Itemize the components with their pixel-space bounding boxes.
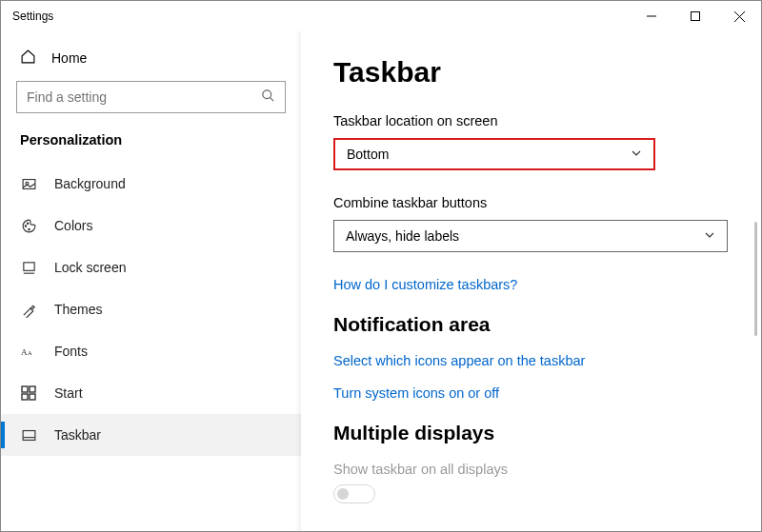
- svg-point-10: [28, 228, 29, 229]
- fonts-icon: AA: [20, 343, 37, 360]
- svg-point-9: [27, 222, 28, 223]
- sidebar-item-start[interactable]: Start: [1, 372, 301, 414]
- sidebar-item-label: Taskbar: [54, 427, 101, 443]
- picture-icon: [20, 175, 37, 192]
- sidebar-item-label: Colors: [54, 218, 92, 233]
- svg-rect-16: [30, 386, 35, 392]
- chevron-down-icon: [704, 228, 715, 244]
- home-label: Home: [51, 50, 87, 66]
- sidebar-item-label: Themes: [54, 302, 103, 317]
- show-taskbar-all-displays-label: Show taskbar on all displays: [333, 462, 761, 477]
- search-input-container[interactable]: [16, 81, 286, 113]
- close-button[interactable]: [717, 1, 761, 31]
- sidebar-item-background[interactable]: Background: [1, 163, 301, 205]
- svg-rect-1: [692, 12, 700, 21]
- sidebar-item-lockscreen[interactable]: Lock screen: [1, 246, 301, 288]
- taskbar-location-label: Taskbar location on screen: [333, 113, 761, 128]
- svg-text:A: A: [21, 347, 28, 357]
- customize-taskbars-link[interactable]: How do I customize taskbars?: [333, 277, 761, 292]
- combine-buttons-dropdown[interactable]: Always, hide labels: [333, 220, 728, 252]
- start-icon: [20, 384, 37, 402]
- show-taskbar-all-displays-toggle[interactable]: [333, 484, 375, 503]
- svg-rect-17: [22, 394, 28, 400]
- svg-rect-11: [23, 262, 33, 270]
- sidebar-item-taskbar[interactable]: Taskbar: [1, 414, 301, 456]
- scrollbar[interactable]: [754, 222, 757, 336]
- sidebar-item-label: Lock screen: [54, 260, 126, 275]
- search-icon: [261, 89, 275, 106]
- notification-area-heading: Notification area: [333, 313, 761, 336]
- select-icons-link[interactable]: Select which icons appear on the taskbar: [333, 353, 761, 368]
- taskbar-icon: [20, 426, 37, 443]
- svg-text:A: A: [28, 349, 32, 356]
- sidebar-item-themes[interactable]: Themes: [1, 288, 301, 330]
- titlebar: Settings: [1, 1, 761, 31]
- svg-line-5: [270, 97, 273, 101]
- minimize-button[interactable]: [630, 1, 673, 31]
- dropdown-value: Always, hide labels: [346, 228, 459, 244]
- themes-icon: [20, 301, 37, 318]
- taskbar-location-dropdown[interactable]: Bottom: [333, 138, 655, 170]
- system-icons-link[interactable]: Turn system icons on or off: [333, 385, 761, 401]
- svg-rect-18: [30, 394, 35, 400]
- chevron-down-icon: [631, 147, 642, 162]
- maximize-button[interactable]: [673, 1, 717, 31]
- page-title: Taskbar: [333, 56, 761, 89]
- svg-point-8: [25, 225, 26, 226]
- window-title: Settings: [12, 10, 53, 23]
- sidebar-item-label: Start: [54, 385, 83, 401]
- palette-icon: [20, 217, 37, 234]
- category-label: Personalization: [1, 125, 301, 163]
- dropdown-value: Bottom: [347, 147, 389, 162]
- multiple-displays-heading: Multiple displays: [333, 422, 761, 444]
- search-input[interactable]: [27, 89, 261, 105]
- svg-rect-15: [22, 386, 28, 392]
- combine-buttons-label: Combine taskbar buttons: [333, 195, 761, 210]
- svg-point-4: [263, 90, 271, 99]
- lockscreen-icon: [20, 259, 37, 276]
- sidebar-item-colors[interactable]: Colors: [1, 205, 301, 246]
- svg-rect-19: [23, 430, 35, 440]
- home-icon: [20, 49, 36, 68]
- sidebar-item-label: Background: [54, 176, 126, 191]
- sidebar-item-label: Fonts: [54, 344, 88, 359]
- sidebar-item-fonts[interactable]: AA Fonts: [1, 330, 301, 372]
- home-nav[interactable]: Home: [1, 41, 301, 75]
- sidebar: Home Personalization Background Colors: [1, 31, 301, 531]
- content-area: Taskbar Taskbar location on screen Botto…: [301, 31, 761, 531]
